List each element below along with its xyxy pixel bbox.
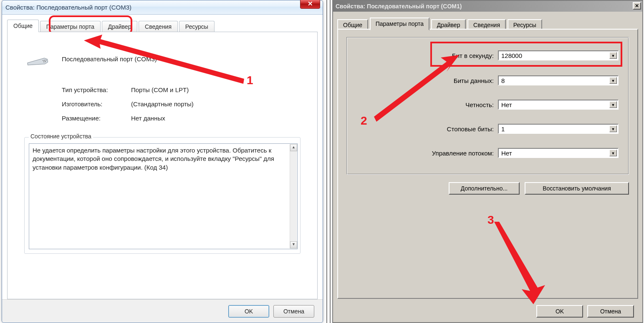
value-type: Порты (COM и LPT) — [131, 86, 189, 93]
device-status-group: Состояние устройства Не удается определи… — [24, 137, 301, 254]
cancel-button[interactable]: Отмена — [587, 305, 634, 318]
combo-flowcontrol[interactable]: Нет ▼ — [498, 148, 619, 158]
dialog-body: Общие Параметры порта Драйвер Сведения Р… — [7, 20, 318, 299]
scroll-down-icon[interactable]: ▼ — [290, 241, 297, 248]
properties-dialog-com3: Свойства: Последовательный порт (COM3) ✕… — [2, 0, 323, 323]
annotation-number-1: 1 — [247, 74, 253, 87]
combo-databits[interactable]: 8 ▼ — [498, 75, 619, 85]
value-manufacturer: (Стандартные порты) — [131, 100, 194, 108]
serial-port-icon — [26, 55, 50, 69]
tab-general[interactable]: Общие — [7, 20, 39, 32]
label-stopbits: Стоповые биты: — [347, 125, 498, 133]
value-location: Нет данных — [131, 115, 165, 122]
row-stopbits: Стоповые биты: 1 ▼ — [347, 123, 619, 134]
advanced-button[interactable]: Дополнительно... — [449, 182, 520, 195]
svg-marker-0 — [27, 58, 48, 65]
label-parity: Четность: — [347, 101, 498, 108]
titlebar[interactable]: Свойства: Последовательный порт (COM3) ✕ — [2, 0, 323, 15]
scrollbar[interactable]: ▲ ▼ — [290, 144, 297, 248]
cancel-button[interactable]: Отмена — [273, 305, 314, 318]
dialog-footer: OK Отмена — [333, 300, 642, 322]
value-baud: 128000 — [501, 52, 522, 59]
tab-driver[interactable]: Драйвер — [102, 21, 138, 32]
port-settings-group: Бит в секунду: 128000 ▼ Биты данных: 8 ▼ — [346, 37, 629, 175]
label-databits: Биты данных: — [347, 77, 498, 84]
device-status-legend: Состояние устройства — [29, 133, 93, 140]
value-parity: Нет — [501, 101, 512, 108]
annotation-number-3: 3 — [487, 213, 494, 227]
value-flowcontrol: Нет — [501, 150, 512, 157]
label-location: Размещение: — [62, 115, 101, 122]
chevron-down-icon[interactable]: ▼ — [609, 77, 617, 84]
properties-dialog-com1: Свойства: Последовательный порт (COM1) ✕… — [332, 0, 643, 323]
tab-bar: Общие Параметры порта Драйвер Сведения Р… — [337, 18, 638, 29]
tab-port[interactable]: Параметры порта — [40, 21, 101, 32]
screenshot-divider — [326, 0, 331, 323]
dialog-body: Общие Параметры порта Драйвер Сведения Р… — [337, 18, 638, 299]
row-flowcontrol: Управление потоком: Нет ▼ — [347, 148, 619, 158]
ok-button[interactable]: OK — [228, 305, 269, 318]
close-icon: ✕ — [308, 0, 313, 7]
close-button[interactable]: ✕ — [633, 2, 641, 10]
combo-baud[interactable]: 128000 ▼ — [498, 50, 619, 60]
row-type: Тип устройства: Порты (COM и LPT) — [62, 86, 108, 93]
label-type: Тип устройства: — [62, 86, 108, 93]
row-manufacturer: Изготовитель: (Стандартные порты) — [62, 100, 103, 108]
row-databits: Биты данных: 8 ▼ — [347, 75, 619, 86]
dialog-footer: OK Отмена — [2, 299, 323, 323]
tab-resources[interactable]: Ресурсы — [179, 21, 215, 32]
port-settings-buttons: Дополнительно... Восстановить умолчания — [346, 182, 629, 197]
ok-button[interactable]: OK — [536, 305, 583, 318]
tab-panel-general: Последовательный порт (COM3) Тип устройс… — [7, 32, 318, 299]
restore-defaults-button[interactable]: Восстановить умолчания — [525, 182, 629, 195]
value-databits: 8 — [501, 77, 505, 84]
scroll-up-icon[interactable]: ▲ — [290, 144, 297, 151]
device-status-textarea[interactable]: Не удается определить параметры настройк… — [29, 143, 298, 249]
device-name: Последовательный порт (COM3) — [62, 55, 157, 63]
row-location: Размещение: Нет данных — [62, 115, 101, 122]
tab-panel-port: Бит в секунду: 128000 ▼ Биты данных: 8 ▼ — [337, 29, 638, 299]
chevron-down-icon[interactable]: ▼ — [609, 125, 617, 132]
tab-details[interactable]: Сведения — [139, 21, 178, 32]
window-title: Свойства: Последовательный порт (COM1) — [336, 3, 462, 10]
device-status-text: Не удается определить параметры настройк… — [33, 147, 274, 171]
close-button[interactable]: ✕ — [300, 0, 320, 9]
label-manufacturer: Изготовитель: — [62, 100, 103, 108]
chevron-down-icon[interactable]: ▼ — [609, 150, 617, 156]
tab-bar: Общие Параметры порта Драйвер Сведения Р… — [7, 20, 318, 32]
chevron-down-icon[interactable]: ▼ — [609, 101, 617, 108]
combo-parity[interactable]: Нет ▼ — [498, 100, 619, 110]
row-baud: Бит в секунду: 128000 ▼ — [347, 50, 619, 61]
titlebar[interactable]: Свойства: Последовательный порт (COM1) ✕ — [333, 1, 642, 12]
window-title: Свойства: Последовательный порт (COM3) — [5, 0, 131, 15]
chevron-down-icon[interactable]: ▼ — [609, 52, 617, 59]
value-stopbits: 1 — [501, 125, 505, 133]
close-icon: ✕ — [635, 3, 639, 9]
row-parity: Четность: Нет ▼ — [347, 99, 619, 110]
label-flowcontrol: Управление потоком: — [347, 150, 498, 157]
tab-port[interactable]: Параметры порта — [370, 18, 429, 30]
label-baud: Бит в секунду: — [347, 52, 498, 59]
combo-stopbits[interactable]: 1 ▼ — [498, 124, 619, 134]
annotation-number-2: 2 — [361, 114, 367, 128]
